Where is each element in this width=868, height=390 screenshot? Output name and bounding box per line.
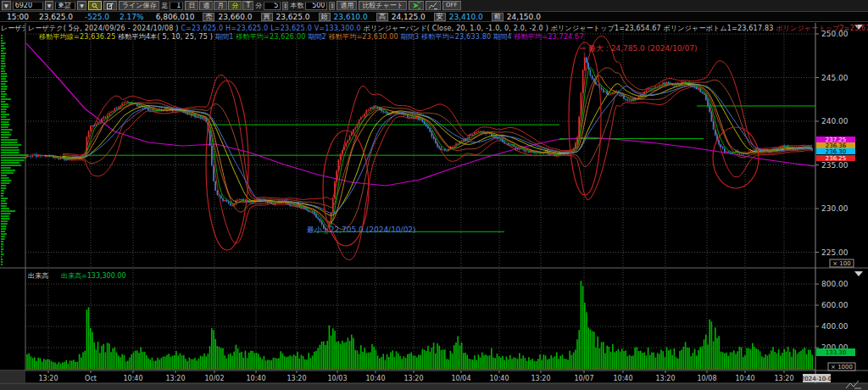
- svg-text:10:40: 10:40: [735, 375, 754, 382]
- compare-chart-button[interactable]: 比較チャート: [359, 1, 407, 10]
- minute-input[interactable]: [264, 2, 281, 10]
- bars-input[interactable]: [305, 2, 327, 10]
- svg-text:2024-10-0: 2024-10-0: [801, 376, 832, 382]
- cursor-tool-button[interactable]: [409, 1, 424, 10]
- svg-text:13:20: 13:20: [38, 375, 58, 382]
- quote-field-label: 売: [203, 13, 214, 21]
- legend-segment: ボリンジャーボトム1=23,617.83: [664, 25, 776, 32]
- quote-field-value: 23,660.0: [218, 13, 252, 21]
- svg-text:235.00: 235.00: [821, 161, 849, 170]
- legend-segment: C=23,625.0 H=23,625.0 L=23,625.0 V=133,3…: [181, 25, 360, 32]
- chart-app-window: ▼ ▼ 東証 ▼ ライン保存 足 日週月分T 分 ▲▼ 本数 ▲▼ 適用 比較チ…: [0, 0, 868, 390]
- green-cursor-icon: [412, 2, 420, 9]
- svg-text:10:40: 10:40: [246, 375, 265, 382]
- quote-field-value: 24,150.0: [507, 13, 541, 21]
- search-button[interactable]: [88, 1, 102, 10]
- quote-field-label: 始: [319, 13, 331, 21]
- quote-last-price: 23,625.0: [39, 13, 73, 21]
- svg-text:× 100: × 100: [832, 260, 850, 267]
- svg-text:225.00: 225.00: [821, 248, 849, 257]
- quote-field-value: 24,125.0: [392, 13, 426, 21]
- legend-segment: 移動平均=23,724.67: [514, 33, 583, 41]
- svg-text:600.00: 600.00: [821, 301, 849, 309]
- legend-segment: 期間4: [491, 33, 514, 41]
- svg-text:13:20: 13:20: [287, 375, 306, 382]
- symbol-dropdown-icon[interactable]: ▼: [45, 1, 54, 10]
- svg-text:230.00: 230.00: [821, 204, 849, 213]
- legend-segment: 移動平均=23,626.00: [236, 33, 305, 41]
- quote-field-value: 23,625.0: [276, 13, 310, 21]
- svg-text:10/03: 10/03: [327, 375, 347, 382]
- spin-down-icon[interactable]: ▼: [284, 6, 287, 9]
- svg-text:13:20: 13:20: [531, 375, 550, 382]
- pencil-icon: [107, 3, 114, 9]
- svg-text:最小 : 22,705.0 (2024/10/02): 最小 : 22,705.0 (2024/10/02): [306, 226, 416, 234]
- minute-label: 分: [255, 1, 262, 10]
- svg-text:133.30: 133.30: [826, 349, 847, 356]
- period-button-月[interactable]: 月: [214, 1, 227, 10]
- legend-segment: 移動平均4本( 5, 10, 25, 75 ): [115, 33, 214, 41]
- chart-tab[interactable]: レーザテク: [1, 24, 25, 32]
- legend-segment: 期間2: [305, 33, 328, 41]
- svg-text:10:40: 10:40: [365, 375, 385, 382]
- svg-text:13:20: 13:20: [403, 375, 423, 382]
- apply-button[interactable]: 適用: [337, 1, 357, 10]
- legend-segment: ボリンジャートップ2=23,673.08: [776, 25, 868, 32]
- quote-field-value: 23,610.0: [334, 13, 368, 21]
- legend-segment: 移動平均=23,633.80: [421, 33, 491, 41]
- indicator-legend-line2: 移動平均線=23,636.25 移動平均4本( 5, 10, 25, 75 ) …: [39, 32, 584, 42]
- svg-text:236.30: 236.30: [826, 148, 847, 155]
- quote-field-label: 買: [261, 13, 273, 21]
- svg-text:13:20: 13:20: [655, 375, 675, 382]
- svg-text:10:40: 10:40: [489, 375, 509, 382]
- quote-field-label: 高: [376, 13, 388, 21]
- period-button-分[interactable]: 分: [228, 1, 242, 10]
- exchange-select[interactable]: 東証: [55, 2, 75, 10]
- svg-text:400.00: 400.00: [821, 322, 849, 331]
- price-volume-chart[interactable]: 13:20Oct10:4013:2010/0210:4013:2010/0310…: [0, 22, 868, 390]
- svg-text:10/07: 10/07: [574, 375, 593, 382]
- off-toggle-button[interactable]: OFF: [442, 1, 461, 10]
- legend-segment: ボリンジャートップ1=23,654.67: [551, 25, 664, 32]
- trendline-pencil-icon: [429, 2, 437, 9]
- bars-label: 本数: [290, 1, 303, 10]
- spin-down-icon[interactable]: ▼: [331, 6, 333, 9]
- line-save-button[interactable]: ライン保存: [119, 1, 160, 10]
- period-button-日[interactable]: 日: [185, 1, 198, 10]
- svg-text:10:40: 10:40: [123, 375, 142, 382]
- minute-stepper[interactable]: ▲▼: [282, 2, 288, 10]
- edit-button[interactable]: [103, 1, 117, 10]
- svg-text:出来高: 出来高: [28, 272, 48, 280]
- quote-volume: 6,806,010: [156, 13, 195, 21]
- period-button-週[interactable]: 週: [199, 1, 213, 10]
- svg-text:13:20: 13:20: [165, 375, 185, 382]
- svg-text:10/08: 10/08: [697, 375, 716, 382]
- legend-segment: レーザテク( 5分, 2024/09/26 - 2024/10/08 ): [28, 25, 181, 32]
- svg-text:最大 : 24,785.0 (2024/10/07): 最大 : 24,785.0 (2024/10/07): [587, 44, 698, 53]
- svg-text:10/02: 10/02: [204, 375, 224, 382]
- bars-stepper[interactable]: ▲▼: [329, 2, 335, 10]
- period-button-T[interactable]: T: [242, 1, 253, 10]
- quote-field-label: 安: [434, 13, 446, 21]
- svg-text:10:40: 10:40: [613, 375, 632, 382]
- svg-text:10/04: 10/04: [451, 375, 470, 382]
- svg-text:800.00: 800.00: [821, 280, 849, 288]
- quote-change-pct: 2.17%: [120, 13, 144, 21]
- legend-segment: 期間1: [215, 33, 236, 41]
- main-toolbar: ▼ ▼ 東証 ▼ ライン保存 足 日週月分T 分 ▲▼ 本数 ▲▼ 適用 比較チ…: [0, 0, 868, 12]
- dropdown-icon[interactable]: ▼: [2, 1, 11, 10]
- quote-field-value: 23,410.0: [449, 13, 483, 21]
- legend-segment: 移動平均=23,630.00: [329, 33, 398, 41]
- quote-bar: 15:00 23,625.0 -525.0 2.17% 6,806,010 売2…: [0, 12, 868, 22]
- symbol-code-input[interactable]: [13, 2, 43, 10]
- svg-text:240.00: 240.00: [821, 117, 849, 125]
- draw-tool-button[interactable]: [426, 1, 441, 10]
- svg-text:236.25: 236.25: [826, 155, 847, 162]
- quote-fields: 売23,660.0買23,625.0始23,610.0高24,125.0安23,…: [194, 13, 540, 21]
- exchange-dropdown-icon[interactable]: ▼: [77, 1, 86, 10]
- period-button-group: 日週月分T: [185, 1, 253, 10]
- ashi-input[interactable]: [170, 2, 183, 10]
- quote-change: -525.0: [85, 13, 109, 21]
- chart-region: 13:20Oct10:4013:2010/0210:4013:2010/0310…: [0, 22, 868, 390]
- svg-text:出来高=133,300.00: 出来高=133,300.00: [61, 272, 126, 280]
